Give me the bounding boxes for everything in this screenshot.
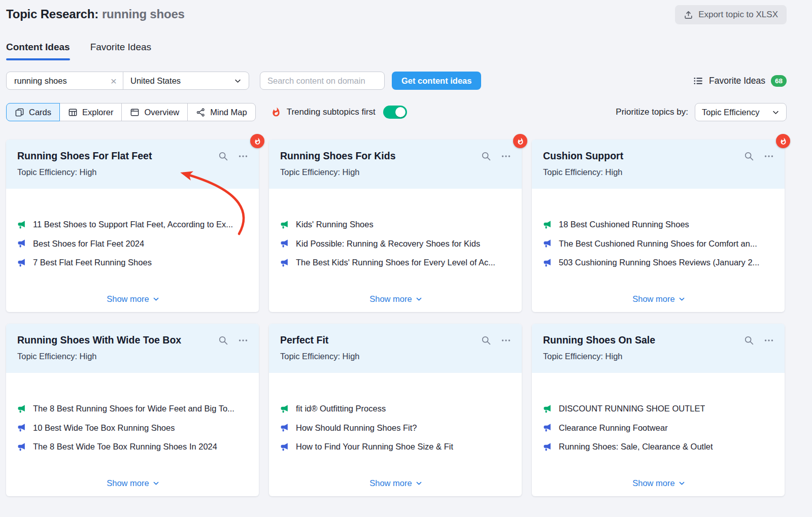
megaphone-icon bbox=[17, 442, 26, 452]
idea-item[interactable]: Running Shoes: Sale, Clearance & Outlet bbox=[543, 437, 774, 457]
view-cards-button[interactable]: Cards bbox=[6, 103, 60, 121]
idea-text: How Should Running Shoes Fit? bbox=[296, 423, 417, 433]
country-select-value: United States bbox=[130, 76, 181, 86]
idea-text: How to Find Your Running Shoe Size & Fit bbox=[296, 442, 453, 452]
upload-icon bbox=[684, 10, 693, 20]
list-icon bbox=[693, 76, 703, 86]
flame-icon bbox=[517, 137, 524, 145]
card-more-icon[interactable] bbox=[238, 335, 249, 346]
idea-list: fit id® Outfitting Process How Should Ru… bbox=[280, 399, 512, 457]
flame-icon bbox=[254, 137, 261, 145]
idea-item[interactable]: Clearance Running Footwear bbox=[543, 419, 774, 438]
megaphone-icon bbox=[280, 220, 289, 229]
card-search-icon[interactable] bbox=[481, 151, 491, 161]
megaphone-icon bbox=[543, 239, 552, 248]
card-more-icon[interactable] bbox=[500, 335, 512, 346]
topic-research-page: Topic Research:running shoes Export topi… bbox=[0, 0, 812, 496]
card-title[interactable]: Running Shoes For Kids bbox=[280, 150, 475, 162]
card-body: 11 Best Shoes to Support Flat Feet, Acco… bbox=[6, 189, 259, 312]
trending-flame-badge bbox=[776, 134, 790, 148]
card-header: Running Shoes For Flat Feet Topic Effici… bbox=[6, 140, 259, 189]
export-button[interactable]: Export topic to XLSX bbox=[675, 5, 787, 24]
favorite-ideas-label: Favorite Ideas bbox=[709, 76, 765, 86]
card-header: Running Shoes With Wide Toe Box Topic Ef… bbox=[6, 324, 259, 373]
card-search-icon[interactable] bbox=[481, 335, 491, 346]
cards-grid: Running Shoes For Flat Feet Topic Effici… bbox=[6, 140, 787, 496]
show-more-link[interactable]: Show more bbox=[107, 478, 159, 491]
view-toolbar: Cards Explorer Overview bbox=[6, 103, 787, 121]
idea-item[interactable]: 18 Best Cushioned Running Shoes bbox=[543, 215, 774, 234]
card-more-icon[interactable] bbox=[763, 335, 774, 346]
topic-efficiency-label: Topic Efficiency: bbox=[543, 352, 603, 361]
topic-query-input[interactable] bbox=[13, 76, 110, 86]
query-country-group: × United States bbox=[6, 72, 249, 90]
show-more-link[interactable]: Show more bbox=[632, 478, 685, 491]
card-title[interactable]: Perfect Fit bbox=[280, 334, 475, 346]
view-explorer-button[interactable]: Explorer bbox=[59, 103, 122, 121]
idea-item[interactable]: fit id® Outfitting Process bbox=[280, 399, 512, 419]
card-search-icon[interactable] bbox=[218, 151, 228, 161]
idea-item[interactable]: 503 Cushioning Running Shoes Reviews (Ja… bbox=[543, 253, 774, 272]
card-search-icon[interactable] bbox=[743, 335, 754, 346]
idea-item[interactable]: Kids' Running Shoes bbox=[280, 215, 512, 234]
card-search-icon[interactable] bbox=[218, 335, 228, 346]
idea-item[interactable]: How Should Running Shoes Fit? bbox=[280, 419, 512, 438]
idea-item[interactable]: The Best Kids' Running Shoes for Every L… bbox=[280, 253, 512, 272]
idea-text: The Best Cushioned Running Shoes for Com… bbox=[559, 239, 757, 249]
card-header: Cushion Support Topic Efficiency: High bbox=[532, 140, 785, 189]
show-more-link[interactable]: Show more bbox=[369, 478, 422, 491]
tabs: Content Ideas Favorite Ideas bbox=[6, 42, 787, 60]
topic-card: Running Shoes With Wide Toe Box Topic Ef… bbox=[6, 324, 259, 496]
tab-content-ideas[interactable]: Content Ideas bbox=[6, 42, 70, 60]
card-title[interactable]: Running Shoes For Flat Feet bbox=[17, 150, 212, 162]
topic-efficiency-label: Topic Efficiency: bbox=[280, 352, 340, 361]
domain-search-input[interactable] bbox=[260, 72, 385, 90]
favorite-ideas-link[interactable]: Favorite Ideas 68 bbox=[693, 75, 787, 87]
topic-efficiency-label: Topic Efficiency: bbox=[543, 167, 603, 177]
idea-item[interactable]: Best Shoes for Flat Feet 2024 bbox=[17, 234, 249, 254]
page-title: Topic Research:running shoes bbox=[6, 7, 185, 21]
idea-text: Kids' Running Shoes bbox=[296, 220, 374, 229]
show-more-label: Show more bbox=[632, 478, 674, 488]
prioritize-select[interactable]: Topic Efficiency bbox=[695, 103, 787, 121]
show-more-link[interactable]: Show more bbox=[369, 294, 422, 307]
idea-list: 11 Best Shoes to Support Flat Feet, Acco… bbox=[17, 215, 249, 272]
show-more-link[interactable]: Show more bbox=[107, 294, 159, 307]
card-more-icon[interactable] bbox=[763, 151, 774, 162]
idea-text: fit id® Outfitting Process bbox=[296, 404, 386, 413]
idea-item[interactable]: The Best Cushioned Running Shoes for Com… bbox=[543, 234, 774, 254]
card-body: The 8 Best Running Shoes for Wide Feet a… bbox=[6, 373, 259, 496]
idea-item[interactable]: 7 Best Flat Feet Running Shoes bbox=[17, 253, 249, 272]
idea-item[interactable]: The 8 Best Wide Toe Box Running Shoes In… bbox=[17, 437, 249, 457]
megaphone-icon bbox=[17, 404, 26, 413]
idea-item[interactable]: How to Find Your Running Shoe Size & Fit bbox=[280, 437, 512, 457]
clear-query-icon[interactable]: × bbox=[110, 76, 118, 86]
card-title[interactable]: Running Shoes On Sale bbox=[543, 334, 737, 346]
show-more-label: Show more bbox=[107, 294, 149, 304]
idea-item[interactable]: The 8 Best Running Shoes for Wide Feet a… bbox=[17, 399, 249, 419]
country-select[interactable]: United States bbox=[123, 72, 249, 89]
tab-favorite-ideas[interactable]: Favorite Ideas bbox=[90, 42, 151, 60]
show-more-link[interactable]: Show more bbox=[632, 294, 685, 307]
get-content-ideas-button[interactable]: Get content ideas bbox=[392, 72, 481, 90]
idea-text: 18 Best Cushioned Running Shoes bbox=[559, 220, 689, 229]
megaphone-icon bbox=[280, 442, 289, 452]
card-more-icon[interactable] bbox=[238, 151, 249, 162]
trending-control: Trending subtopics first bbox=[271, 106, 407, 119]
megaphone-icon bbox=[543, 258, 552, 267]
idea-item[interactable]: 11 Best Shoes to Support Flat Feet, Acco… bbox=[17, 215, 249, 234]
megaphone-icon bbox=[280, 423, 289, 432]
idea-item[interactable]: DISCOUNT RUNNING SHOE OUTLET bbox=[543, 399, 774, 419]
card-more-icon[interactable] bbox=[500, 151, 512, 162]
card-title[interactable]: Cushion Support bbox=[543, 150, 737, 162]
megaphone-icon bbox=[280, 239, 289, 248]
card-title[interactable]: Running Shoes With Wide Toe Box bbox=[17, 334, 212, 346]
view-overview-button[interactable]: Overview bbox=[121, 103, 188, 121]
idea-item[interactable]: 10 Best Wide Toe Box Running Shoes bbox=[17, 419, 249, 438]
card-search-icon[interactable] bbox=[743, 151, 754, 161]
view-mindmap-button[interactable]: Mind Map bbox=[187, 103, 255, 121]
trending-toggle[interactable] bbox=[383, 106, 407, 119]
idea-item[interactable]: Kid Possible: Running & Recovery Shoes f… bbox=[280, 234, 512, 254]
megaphone-icon bbox=[280, 258, 289, 267]
topic-efficiency-value: High bbox=[343, 352, 360, 361]
